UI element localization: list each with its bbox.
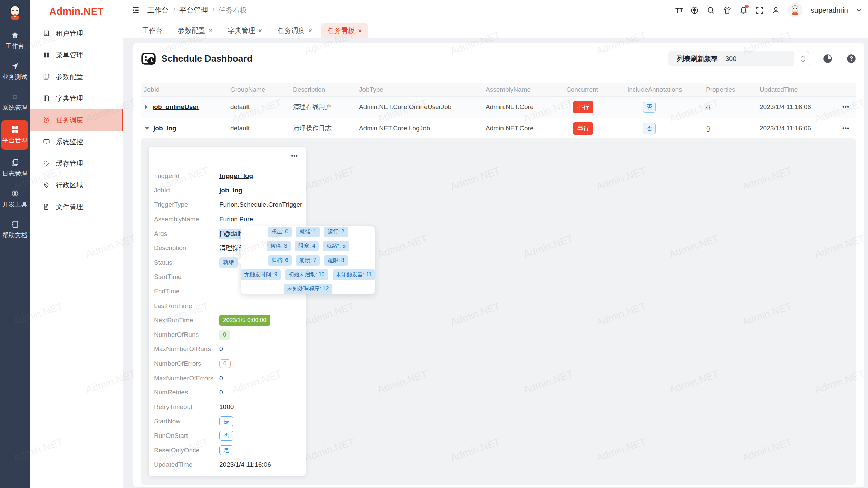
sidebar: Admin.NET 租户管理菜单管理参数配置字典管理任务调度系统监控缓存管理行政… (30, 0, 123, 488)
rail-item-2[interactable]: 系统管理 (1, 89, 28, 116)
profile-person-icon[interactable] (772, 6, 780, 15)
sidebar-item-3[interactable]: 字典管理 (30, 87, 123, 109)
tab-1[interactable]: 参数配置× (172, 23, 218, 38)
rail-menu: 工作台业务测试系统管理平台管理日志管理开发工具帮助文档 (0, 28, 30, 243)
jobid-cell: job_log (141, 125, 230, 132)
tab-close-icon[interactable]: × (308, 27, 312, 34)
stepper-down-icon[interactable] (801, 60, 805, 63)
breadcrumb-item-platform[interactable]: 平台管理 (179, 5, 208, 15)
sidebar-item-5[interactable]: 系统监控 (30, 131, 123, 152)
jobid-link[interactable]: job_onlineUser (152, 103, 199, 111)
detail-row: MaxNumberOfErrors0 (154, 371, 306, 385)
sidebar-item-7[interactable]: 行政区域 (30, 174, 123, 196)
table-header-row: JobIdGroupNameDescriptionJobTypeAssembly… (141, 83, 856, 96)
location-pin-icon (43, 181, 50, 189)
row-actions-button[interactable]: ••• (837, 125, 856, 132)
copy-icon (1, 158, 28, 167)
status-badge: 就绪: 1 (296, 227, 320, 237)
tab-label: 参数配置 (178, 26, 205, 35)
help-icon[interactable]: ? (846, 54, 856, 64)
detail-value: 就绪 (219, 257, 238, 268)
detail-row: LastRunTime (154, 299, 306, 313)
search-icon[interactable] (707, 6, 715, 15)
font-size-icon[interactable]: TT (675, 7, 683, 14)
detail-label: EndTime (154, 288, 219, 295)
trigger-detail-panel: ••• TriggerIdtrigger_logJobIdjob_logTrig… (149, 147, 306, 476)
detail-panel-header: ••• (149, 147, 306, 165)
groupname-cell: default (230, 125, 293, 132)
breadcrumb-separator: / (212, 6, 214, 14)
tab-close-icon[interactable]: × (209, 27, 212, 34)
column-header: IncludeAnnotations (627, 86, 706, 94)
detail-row: NextRunTime2023/1/5 0:00:00 (154, 313, 306, 328)
sidebar-item-1[interactable]: 菜单管理 (30, 44, 123, 66)
user-avatar[interactable] (788, 3, 802, 17)
expand-row-arrow[interactable] (145, 105, 148, 109)
row-actions-button[interactable]: ••• (837, 104, 856, 110)
rail-item-label: 日志管理 (1, 169, 28, 178)
detail-label: TriggerId (154, 172, 219, 180)
tooltip-badge-row: 归档: 6崩溃: 7超限: 8 (243, 255, 373, 266)
chevron-down-icon[interactable] (856, 7, 862, 13)
status-badge: 阻塞: 4 (295, 241, 319, 251)
grid-icon (1, 125, 28, 134)
tab-list: 工作台参数配置×字典管理×任务调度×任务看板× (136, 23, 368, 38)
notification-bell-icon[interactable] (739, 6, 748, 15)
column-header: Properties (706, 86, 760, 94)
page-title: Schedule Dashboard (161, 54, 253, 64)
tab-0[interactable]: 工作台 (136, 23, 169, 38)
column-header: Concurrent (566, 86, 627, 94)
detail-row: ResetOnlyOnce是 (154, 443, 306, 458)
refresh-rate-input[interactable]: 列表刷新频率 300 (668, 51, 794, 66)
rail-item-3[interactable]: 平台管理 (1, 120, 28, 150)
sidebar-item-2[interactable]: 参数配置 (30, 66, 123, 87)
rail-item-5[interactable]: 开发工具 (1, 186, 28, 212)
rail-item-label: 工作台 (1, 42, 28, 50)
status-badge: 归档: 6 (268, 255, 292, 266)
rail-item-4[interactable]: 日志管理 (1, 155, 28, 181)
description-cell: 清理在线用户 (293, 103, 359, 111)
rail-item-6[interactable]: 帮助文档 (1, 217, 28, 243)
sidebar-item-6[interactable]: 缓存管理 (30, 152, 123, 174)
timer-pie-icon[interactable] (823, 54, 833, 64)
tab-close-icon[interactable]: × (258, 27, 262, 34)
jobid-link[interactable]: job_log (153, 125, 176, 132)
paper-plane-icon (1, 62, 28, 70)
rail-item-1[interactable]: 业务测试 (1, 59, 28, 85)
sidebar-item-0[interactable]: 租户管理 (30, 22, 123, 44)
header-actions: TT (675, 3, 868, 17)
detail-label: NumberOfRuns (154, 331, 219, 339)
detail-value[interactable]: trigger_log (219, 172, 253, 180)
collapse-sidebar-icon[interactable] (131, 6, 140, 15)
detail-label: NumRetries (154, 389, 219, 396)
fullscreen-icon[interactable] (755, 6, 764, 15)
status-badge: 未知触发器: 11 (333, 269, 375, 280)
detail-rows: TriggerIdtrigger_logJobIdjob_logTriggerT… (149, 165, 306, 472)
stepper-up-icon[interactable] (801, 55, 805, 58)
monitor-icon (43, 138, 50, 145)
tab-4[interactable]: 任务看板× (321, 23, 368, 38)
breadcrumb-item-current: 任务看板 (219, 5, 247, 15)
sidebar-item-8[interactable]: 文件管理 (30, 196, 123, 218)
detail-value: 是 (219, 445, 233, 455)
rail-item-0[interactable]: 工作台 (1, 28, 28, 54)
status-badge: 未知处理程序: 12 (284, 284, 332, 294)
theme-shirt-icon[interactable] (723, 6, 731, 15)
detail-more-actions-button[interactable]: ••• (291, 152, 298, 159)
sidebar-item-4[interactable]: 任务调度 (30, 109, 123, 131)
detail-value[interactable]: job_log (219, 187, 242, 194)
username-label[interactable]: superadmin (811, 6, 848, 14)
detail-row: NumberOfErrors0 (154, 357, 306, 371)
language-icon[interactable] (690, 6, 699, 15)
breadcrumb-item-workbench[interactable]: 工作台 (147, 5, 169, 15)
collapse-row-arrow[interactable] (145, 127, 149, 130)
column-header: JobType (359, 86, 486, 94)
column-header: JobId (141, 86, 230, 94)
tab-3[interactable]: 任务调度× (272, 23, 318, 38)
app-logo[interactable] (0, 0, 30, 25)
detail-value: 2023/1/5 0:00:00 (219, 315, 270, 326)
tab-2[interactable]: 字典管理× (222, 23, 268, 38)
schedule-dashboard-icon (141, 51, 156, 66)
tab-close-icon[interactable]: × (358, 27, 362, 34)
include-annotations-cell: 否 (627, 102, 706, 113)
